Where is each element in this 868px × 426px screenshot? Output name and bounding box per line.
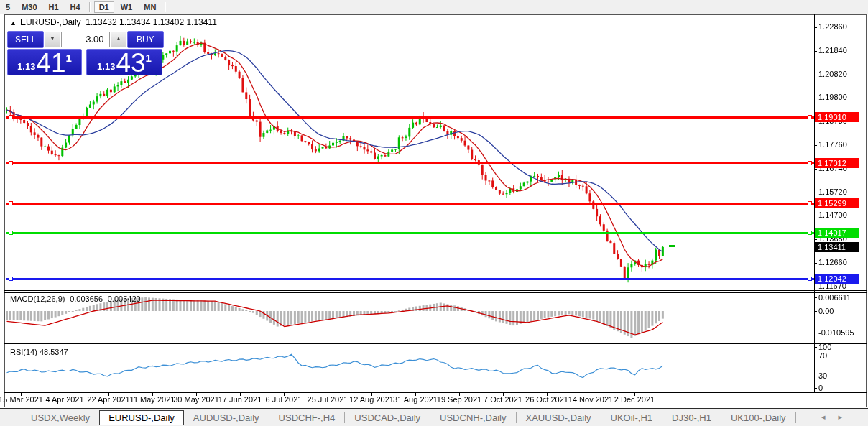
chart-tab-audusd-daily[interactable]: AUDUSD-,Daily [184,411,269,425]
price-axis-label: 1.12660 [818,258,847,267]
tab-separator [795,412,796,423]
buy-price-big: 43 [116,52,145,74]
chart-tab-ukoil-h1[interactable]: UKOil-,H1 [601,411,662,425]
indicator-axis-label: 100 [818,343,831,351]
collapse-triangle-icon[interactable]: ▲ [10,19,17,27]
level-price-badge: 1.17012 [815,158,859,168]
date-axis-label: 6 Jul 2021 [266,395,303,404]
chart-tab-usdcad-daily[interactable]: USDCAD-,Daily [345,411,430,425]
level-price-badge: 1.15299 [815,198,859,208]
chart-title: ▲EURUSD-,Daily 1.13432 1.13434 1.13402 1… [10,17,217,27]
indicator-axis-label: 0.006611 [818,293,851,302]
price-axis-label: 1.21840 [818,46,847,55]
buy-button[interactable]: BUY [127,31,164,48]
volume-decrease-button[interactable]: ▼ [45,32,60,47]
sell-price-big: 41 [36,52,65,74]
date-axis-label: 7 Oct 2021 [484,395,522,404]
indicator-axis-label: 0.00 [818,307,834,315]
toolbar-separator [165,2,166,12]
chart-tab-xauusd-daily[interactable]: XAUUSD-,Daily [517,411,601,425]
buy-price-button[interactable]: 1.13431 [86,49,162,75]
date-axis-label: 25 Jul 2021 [308,395,348,404]
sell-price-prefix: 1.13 [17,61,35,72]
timeframe-button-W1[interactable]: W1 [116,1,138,13]
date-axis-label: 31 Aug 2021 [393,395,438,404]
indicator-axis-label: -0.010595 [818,328,854,337]
tab-scroll-left-icon: ◂ [821,412,839,421]
date-axis-label: 4 Apr 2021 [45,395,83,404]
mt4-terminal: 5M30H1H4D1W1MN ▲EURUSD-,Daily 1.13432 1.… [0,0,868,426]
date-axis-label: 15 Mar 2021 [0,395,43,404]
price-axis-label: 1.20820 [818,70,847,78]
timeframe-toolbar: 5M30H1H4D1W1MN [0,0,868,14]
chart-tab-dj30-h1[interactable]: DJ30-,H1 [662,411,721,425]
volume-increase-button[interactable]: ▲ [111,32,126,47]
price-axis-label: 1.22860 [818,22,847,31]
toolbar-separator [89,2,91,12]
sell-button[interactable]: SELL [7,31,44,48]
date-axis-label: 17 Jun 2021 [218,395,262,404]
tab-scroll-arrows[interactable]: ◂▸ [821,412,855,422]
timeframe-button-5[interactable]: 5 [1,1,15,13]
date-axis-label: 12 Aug 2021 [349,395,394,404]
date-axis-label: 22 Apr 2021 [87,395,129,404]
timeframe-button-M30[interactable]: M30 [17,1,42,13]
chart-tab-usdcnh-daily[interactable]: USDCNH-,Daily [430,411,515,425]
chart-symbol-label: EURUSD-,Daily [20,17,81,27]
date-axis-label: 14 Nov 2021 [568,395,613,404]
chart-tab-bar: USDX,WeeklyEURUSD-,DailyAUDUSD-,DailyUSD… [0,408,868,426]
chart-tab-usdchf-h4[interactable]: USDCHF-,H4 [269,411,345,425]
price-axis-label: 1.15720 [818,187,847,196]
timeframe-button-MN[interactable]: MN [139,1,161,13]
indicator-axis-label: 70 [818,351,827,360]
date-axis-label: 19 Sep 2021 [437,395,481,404]
current-price-badge: 1.13411 [815,242,859,252]
timeframe-button-D1[interactable]: D1 [94,1,114,13]
timeframe-button-H4[interactable]: H4 [65,1,86,13]
date-axis-label: 30 May 2021 [173,395,219,404]
price-axis-label: 1.19800 [818,93,847,101]
rsi-indicator-label: RSI(14) 48.5347 [10,348,68,356]
timeframe-button-H1[interactable]: H1 [44,1,64,13]
indicator-axis-label: 0 [818,384,823,392]
date-axis-label: 26 Oct 2021 [525,395,568,404]
volume-input[interactable]: 3.00 [61,32,111,47]
chart-tab-eurusd-daily[interactable]: EURUSD-,Daily [99,410,184,425]
buy-price-pip: 1 [146,52,152,64]
price-axis-label: 1.14700 [818,210,847,219]
buy-price-prefix: 1.13 [97,61,115,72]
date-axis-label: 2 Dec 2021 [614,395,655,404]
chart-ohlc-values: 1.13432 1.13434 1.13402 1.13411 [86,17,217,27]
one-click-trading-panel: SELL ▼ 3.00 ▲ BUY 1.13411 1.13431 [7,31,164,75]
level-price-badge: 1.14017 [815,228,859,238]
chart-tab-uk100-daily[interactable]: UK100-,Daily [721,411,795,425]
tab-scroll-right-icon: ▸ [838,412,855,421]
date-axis-label: 11 May 2021 [130,395,175,404]
chart-tab-usdx-weekly[interactable]: USDX,Weekly [22,411,99,425]
macd-indicator-label: MACD(12,26,9) -0.003656 -0.005420 [10,295,141,303]
price-axis-label: 1.17760 [818,140,847,149]
indicator-axis-label: 30 [818,371,827,380]
level-price-badge: 1.12042 [815,274,859,284]
sell-price-button[interactable]: 1.13411 [7,49,82,75]
sell-price-pip: 1 [66,52,72,64]
level-price-badge: 1.19010 [815,112,859,122]
